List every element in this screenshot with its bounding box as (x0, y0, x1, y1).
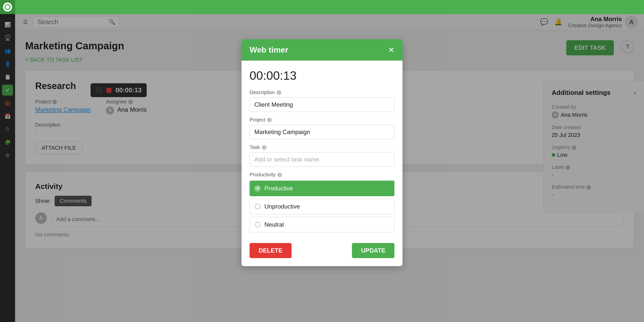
modal-productivity-info-icon[interactable]: i (277, 173, 282, 177)
top-bar (0, 0, 644, 14)
modal-title: Web timer (250, 45, 288, 55)
modal-project-label: Project i (250, 117, 394, 123)
modal-close-button[interactable]: ✕ (388, 46, 394, 54)
neutral-radio (255, 222, 260, 227)
unproductive-option[interactable]: Unproductive (250, 199, 394, 214)
modal-project-input[interactable] (250, 125, 394, 139)
update-button[interactable]: UPDATE (352, 243, 394, 258)
productive-label: Productive (264, 185, 293, 192)
neutral-label: Neutral (264, 221, 284, 228)
modal-project-info-icon[interactable]: i (267, 118, 272, 122)
delete-button[interactable]: DELETE (250, 243, 292, 258)
logo-circle (3, 3, 12, 12)
modal-description-input[interactable] (250, 97, 394, 112)
unproductive-label: Unproductive (264, 203, 300, 210)
modal-description-label: Description i (250, 90, 394, 95)
modal-task-info-icon[interactable]: i (262, 145, 266, 150)
productive-radio (255, 186, 260, 191)
neutral-option[interactable]: Neutral (250, 217, 394, 232)
modal-task-label: Task i (250, 144, 394, 150)
logo-inner (5, 4, 11, 10)
web-timer-modal: Web timer ✕ 00:00:13 Description i Proje… (242, 39, 403, 266)
modal-productivity-label: Productivity i (250, 172, 394, 178)
overlay: Web timer ✕ 00:00:13 Description i Proje… (0, 14, 644, 322)
modal-header: Web timer ✕ (242, 39, 403, 61)
unproductive-radio (255, 204, 260, 209)
modal-body: 00:00:13 Description i Project i Task i … (242, 61, 403, 243)
modal-timer-display: 00:00:13 (250, 69, 394, 83)
modal-footer: DELETE UPDATE (242, 243, 403, 266)
app-logo[interactable] (0, 0, 15, 14)
modal-task-input[interactable] (250, 152, 394, 167)
productive-radio-dot (256, 187, 259, 190)
modal-description-info-icon[interactable]: i (277, 90, 281, 95)
productive-option[interactable]: Productive (250, 181, 394, 196)
